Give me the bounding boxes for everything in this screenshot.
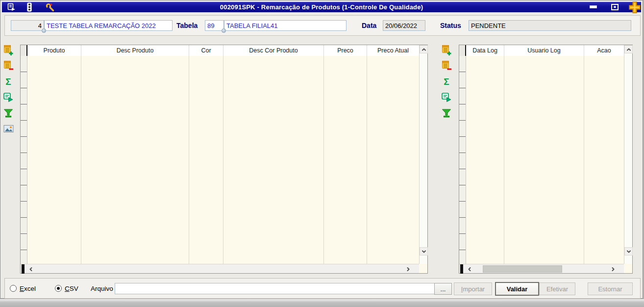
- scroll-right-icon[interactable]: [609, 265, 617, 273]
- products-grid-vscroll[interactable]: [419, 45, 427, 264]
- radio-csv[interactable]: [55, 285, 62, 292]
- footer-panel: Excel CSV Arquivo ... Importar Validar E…: [4, 278, 641, 299]
- lookup-grip-icon: [222, 28, 226, 33]
- log-grid[interactable]: Data Log Usuario Log Acao: [459, 45, 633, 274]
- validar-button[interactable]: Validar: [495, 282, 539, 296]
- log-grid-hscroll[interactable]: [459, 264, 624, 273]
- arquivo-label: Arquivo: [91, 285, 113, 292]
- body-col-data-log: [466, 56, 504, 264]
- chevron-left-glyph: [467, 266, 472, 272]
- body-col-cor: [189, 56, 223, 264]
- excel-accel: E: [20, 285, 24, 292]
- maximize-button[interactable]: [610, 3, 619, 11]
- importar-button[interactable]: Importar: [454, 282, 492, 295]
- grid-footer-indicator: [22, 264, 25, 274]
- log-grid-header: Data Log Usuario Log Acao: [459, 45, 624, 56]
- col-header-cor[interactable]: Cor: [189, 45, 223, 56]
- sigma-glyph: Σ: [444, 77, 449, 86]
- col-header-desc-produto[interactable]: Desc Produto: [81, 45, 189, 56]
- sum-sigma-icon[interactable]: Σ: [440, 75, 453, 88]
- remove-row-svg: [441, 60, 452, 71]
- export-grid-icon[interactable]: [2, 91, 15, 103]
- scroll-left-icon[interactable]: [465, 265, 473, 273]
- radio-selected-dot: [57, 287, 60, 290]
- remove-row-icon[interactable]: [440, 59, 453, 72]
- id-field[interactable]: 4: [11, 20, 44, 31]
- add-plus-button[interactable]: [627, 0, 642, 14]
- scroll-down-icon[interactable]: [624, 247, 633, 256]
- col-header-acao[interactable]: Acao: [584, 45, 624, 56]
- radio-excel[interactable]: [10, 285, 17, 292]
- minimize-glyph: [590, 5, 597, 8]
- csv-accel: C: [65, 285, 70, 292]
- filter-funnel-svg: [3, 108, 13, 118]
- titlebar[interactable]: 002091SPK - Remarcação de Produtos (1-Co…: [2, 2, 641, 12]
- chevron-right-glyph: [610, 266, 616, 272]
- log-grid-vscroll[interactable]: [624, 45, 632, 264]
- arquivo-input[interactable]: [115, 283, 435, 294]
- export-grid-icon[interactable]: [440, 91, 453, 103]
- left-grid-toolbar: Σ: [1, 44, 15, 138]
- hscroll-thumb[interactable]: [483, 265, 562, 273]
- scroll-left-icon[interactable]: [26, 265, 35, 273]
- scroll-up-icon[interactable]: [420, 45, 428, 53]
- chevron-right-glyph: [405, 266, 411, 272]
- browse-button[interactable]: ...: [434, 283, 452, 295]
- tabela-label: Tabela: [176, 22, 198, 29]
- radio-csv-label[interactable]: CSV: [65, 285, 78, 292]
- taskbar-edge: [0, 299, 644, 307]
- body-col-usuario-log: [504, 56, 584, 264]
- scroll-up-icon[interactable]: [624, 45, 633, 53]
- add-row-icon[interactable]: [2, 44, 15, 56]
- col-header-usuario-log[interactable]: Usuario Log: [504, 45, 584, 56]
- radio-excel-label[interactable]: Excel: [20, 285, 36, 292]
- remove-row-icon[interactable]: [2, 59, 15, 72]
- row-indicator-header: [21, 45, 27, 56]
- row-indicator-column: [459, 56, 466, 264]
- products-grid-hscroll[interactable]: [21, 264, 419, 273]
- scroll-right-icon[interactable]: [404, 265, 412, 273]
- table-name-field[interactable]: TESTE TABELA REMARCAÇÃO 2022: [44, 20, 173, 31]
- tabela-code-field[interactable]: 89: [205, 20, 224, 31]
- export-grid-svg: [441, 92, 452, 102]
- csv-rest: SV: [70, 285, 78, 292]
- log-grid-body[interactable]: [459, 56, 624, 264]
- filter-funnel-icon[interactable]: [2, 106, 15, 119]
- products-grid-header: Produto Desc Produto Cor Desc Cor Produt…: [21, 45, 419, 56]
- col-header-produto[interactable]: Produto: [27, 45, 81, 56]
- body-col-acao: [584, 56, 624, 264]
- chevron-down-glyph: [421, 249, 427, 255]
- col-header-data-log[interactable]: Data Log: [466, 45, 504, 56]
- body-col-desc-produto: [81, 56, 189, 264]
- log-grid-toolbar: Σ: [440, 44, 453, 122]
- image-svg: [3, 125, 14, 133]
- filter-funnel-icon[interactable]: [440, 106, 453, 119]
- scroll-down-icon[interactable]: [420, 247, 428, 256]
- minimize-button[interactable]: [588, 3, 598, 11]
- tabela-desc-field[interactable]: TABELA FILIAL41: [224, 20, 347, 31]
- body-col-desc-cor-produto: [223, 56, 324, 264]
- app-window: 002091SPK - Remarcação de Produtos (1-Co…: [0, 0, 643, 299]
- products-grid-body[interactable]: [21, 56, 419, 264]
- grid-footer-indicator: [460, 264, 463, 274]
- header-form-panel: 4 TESTE TABELA REMARCAÇÃO 2022 Tabela 89…: [4, 15, 641, 36]
- chevron-up-glyph: [626, 47, 632, 52]
- estornar-button[interactable]: Estornar: [588, 282, 633, 295]
- image-icon[interactable]: [2, 122, 15, 135]
- data-field[interactable]: 20/06/2022: [383, 20, 425, 31]
- col-header-desc-cor-produto[interactable]: Desc Cor Produto: [223, 45, 324, 56]
- filter-funnel-svg: [442, 108, 451, 118]
- col-header-preco-atual[interactable]: Preco Atual: [367, 45, 419, 56]
- export-grid-svg: [3, 92, 14, 102]
- maximize-glyph: [611, 4, 619, 10]
- status-field[interactable]: PENDENTE: [469, 20, 631, 31]
- products-grid[interactable]: Produto Desc Produto Cor Desc Cor Produt…: [20, 45, 428, 274]
- efetivar-button[interactable]: Efetivar: [539, 282, 575, 295]
- col-header-preco[interactable]: Preco: [324, 45, 367, 56]
- status-label: Status: [440, 22, 461, 29]
- sum-sigma-icon[interactable]: Σ: [2, 75, 15, 88]
- plus-glyph: [628, 0, 642, 14]
- remove-row-svg: [3, 60, 14, 71]
- add-row-icon[interactable]: [440, 44, 453, 56]
- scroll-corner: [624, 264, 632, 273]
